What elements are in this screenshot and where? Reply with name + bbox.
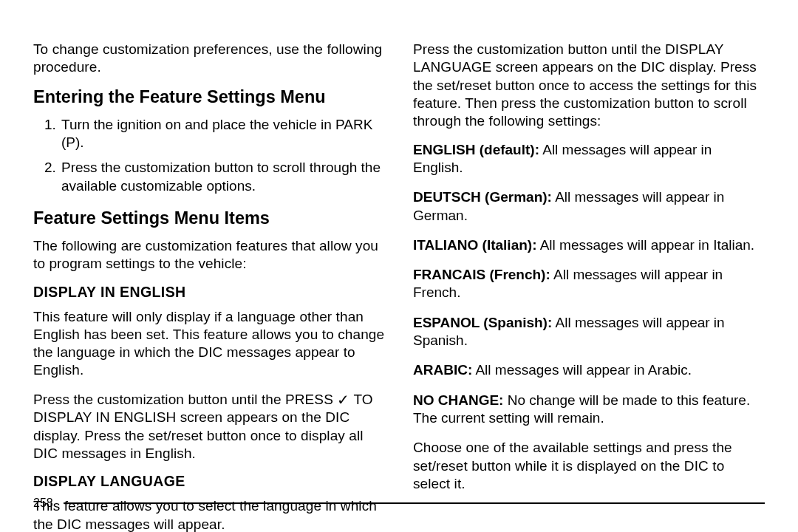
left-column: To change customization preferences, use…	[33, 41, 385, 532]
display-in-english-desc: This feature will only display if a lang…	[33, 308, 385, 380]
language-option-francais: FRANCAIS (French): All messages will app…	[413, 266, 765, 302]
language-option-arabic: ARABIC: All messages will appear in Arab…	[413, 361, 765, 379]
heading-feature-settings-menu-items: Feature Settings Menu Items	[33, 208, 385, 228]
intro-paragraph: To change customization preferences, use…	[33, 41, 385, 77]
steps-list: Turn the ignition on and place the vehic…	[33, 116, 385, 195]
closing-instruction: Choose one of the available settings and…	[413, 439, 765, 493]
language-option-english: ENGLISH (default): All messages will app…	[413, 141, 765, 177]
option-label: ENGLISH (default):	[413, 142, 539, 157]
manual-page: To change customization preferences, use…	[0, 0, 798, 532]
subheading-display-language: DISPLAY LANGUAGE	[33, 473, 385, 490]
instruction-pre: Press the customization button until the…	[33, 392, 337, 407]
option-label: DEUTSCH (German):	[413, 189, 552, 205]
display-language-instruction: Press the customization button until the…	[413, 41, 765, 131]
option-label: ARABIC:	[413, 362, 472, 378]
display-in-english-instruction: Press the customization button until the…	[33, 390, 385, 463]
language-option-no-change: NO CHANGE: No change will be made to thi…	[413, 392, 765, 428]
subheading-display-in-english: DISPLAY IN ENGLISH	[33, 284, 385, 301]
option-label: NO CHANGE:	[413, 392, 503, 408]
footer-rule	[64, 502, 765, 504]
option-text: All messages will appear in Arabic.	[472, 362, 692, 378]
step-item: Press the customization button to scroll…	[60, 159, 385, 195]
option-label: FRANCAIS (French):	[413, 267, 550, 282]
page-number: 258	[33, 497, 53, 510]
language-option-deutsch: DEUTSCH (German): All messages will appe…	[413, 188, 765, 225]
page-footer: 258	[33, 497, 765, 510]
language-option-espanol: ESPANOL (Spanish): All messages will app…	[413, 314, 765, 350]
option-label: ITALIANO (Italian):	[413, 237, 536, 253]
two-column-layout: To change customization preferences, use…	[33, 41, 765, 532]
option-text: All messages will appear in Italian.	[536, 237, 754, 253]
right-column: Press the customization button until the…	[413, 41, 765, 532]
heading-entering-feature-settings: Entering the Feature Settings Menu	[33, 87, 385, 107]
check-icon: ✓	[337, 391, 349, 410]
step-item: Turn the ignition on and place the vehic…	[60, 116, 385, 152]
language-option-italiano: ITALIANO (Italian): All messages will ap…	[413, 236, 765, 254]
feature-items-intro: The following are customization features…	[33, 237, 385, 273]
option-label: ESPANOL (Spanish):	[413, 315, 552, 330]
